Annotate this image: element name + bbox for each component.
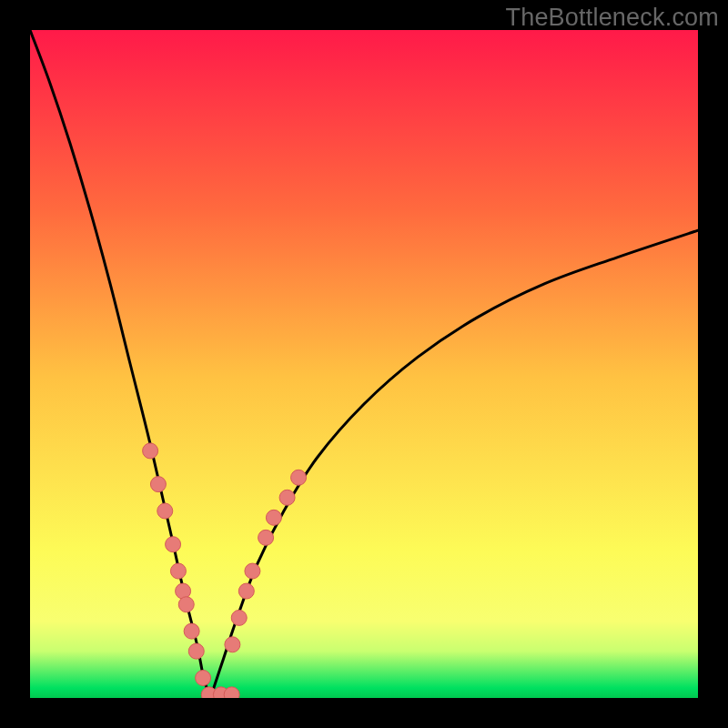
outer-black-frame: TheBottleneck.com bbox=[0, 0, 728, 728]
data-point bbox=[231, 610, 247, 625]
data-point bbox=[266, 510, 281, 525]
watermark-text: TheBottleneck.com bbox=[505, 4, 719, 32]
data-point bbox=[150, 477, 166, 492]
data-point bbox=[258, 530, 274, 545]
bottleneck-chart bbox=[30, 30, 698, 698]
data-point bbox=[176, 583, 191, 599]
data-point bbox=[225, 637, 240, 652]
data-point bbox=[279, 490, 295, 505]
data-point bbox=[178, 597, 194, 612]
data-point bbox=[238, 583, 254, 599]
data-point bbox=[157, 503, 173, 519]
data-point bbox=[143, 443, 158, 459]
data-point bbox=[184, 623, 199, 639]
data-point bbox=[224, 687, 239, 698]
data-point bbox=[188, 643, 204, 659]
data-point bbox=[170, 563, 186, 579]
data-point bbox=[291, 470, 307, 485]
data-point bbox=[166, 537, 181, 552]
data-point bbox=[245, 563, 260, 579]
data-point bbox=[196, 670, 211, 685]
